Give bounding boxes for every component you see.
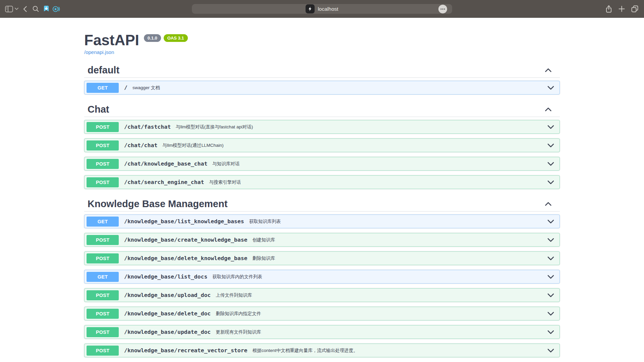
expand-endpoint-icon: [547, 293, 554, 297]
endpoint-path: /knowledge_base/update_doc: [124, 329, 211, 335]
expand-endpoint-icon: [547, 312, 554, 316]
expand-endpoint-icon: [547, 349, 554, 353]
method-badge: POST: [87, 290, 119, 300]
endpoint-row[interactable]: POST /knowledge_base/upload_doc 上传文件到知识库: [84, 288, 560, 302]
expand-endpoint-icon: [547, 180, 554, 184]
endpoint-path: /chat/knowledge_base_chat: [124, 161, 207, 167]
expand-endpoint-icon: [547, 330, 554, 334]
endpoint-summary: swagger 文档: [132, 85, 160, 91]
method-badge: GET: [87, 217, 119, 227]
expand-endpoint-icon: [547, 143, 554, 147]
endpoint-row[interactable]: POST /chat/knowledge_base_chat 与知识库对话: [84, 157, 560, 171]
expand-endpoint-icon: [547, 125, 554, 129]
endpoint-row[interactable]: POST /knowledge_base/delete_knowledge_ba…: [84, 251, 560, 265]
endpoint-row[interactable]: POST /knowledge_base/create_knowledge_ba…: [84, 233, 560, 247]
url-text: localhost: [318, 6, 338, 12]
endpoint-path: /knowledge_base/list_docs: [124, 274, 207, 280]
collapse-section-icon: [545, 202, 552, 206]
collapse-section-icon: [545, 107, 552, 112]
search-icon[interactable]: [32, 0, 39, 18]
endpoint-summary: 创建知识库: [253, 237, 275, 243]
extension-bookmark-arrow-icon[interactable]: [43, 0, 50, 18]
section-title: Chat: [88, 104, 109, 115]
api-section: default GET / swagger 文档: [84, 64, 560, 95]
method-badge: POST: [87, 140, 119, 150]
endpoint-row[interactable]: POST /chat/search_engine_chat 与搜索引擎对话: [84, 175, 560, 189]
endpoint-summary: 根据content中文档重建向量库，流式输出处理进度。: [253, 348, 358, 354]
endpoint-summary: 上传文件到知识库: [216, 292, 252, 298]
page-title: FastAPI 0.1.0 OAS 3.1: [84, 33, 560, 48]
section-title: Knowledge Base Management: [88, 198, 227, 209]
sidebar-chevron-icon[interactable]: [14, 0, 19, 18]
method-badge: POST: [87, 327, 119, 337]
method-badge: POST: [87, 253, 119, 263]
sidebar-icon[interactable]: [5, 0, 13, 18]
endpoint-path: /chat/fastchat: [124, 124, 171, 130]
section-header[interactable]: default: [84, 64, 560, 78]
endpoint-rows: POST /chat/fastchat 与llm模型对话(直接与fastchat…: [84, 120, 560, 189]
endpoint-row[interactable]: GET /knowledge_base/list_docs 获取知识库内的文件列…: [84, 270, 560, 284]
site-favicon-lightning: [306, 4, 315, 13]
endpoint-summary: 更新现有文件到知识库: [216, 329, 261, 335]
endpoint-rows: GET /knowledge_base/list_knowledge_bases…: [84, 215, 560, 357]
collapse-section-icon: [545, 68, 552, 72]
endpoint-row[interactable]: POST /knowledge_base/delete_doc 删除知识库内指定…: [84, 307, 560, 320]
endpoint-summary: 与搜索引擎对话: [209, 179, 241, 185]
expand-endpoint-icon: [547, 256, 554, 260]
endpoint-row[interactable]: GET /knowledge_base/list_knowledge_bases…: [84, 215, 560, 228]
endpoint-row[interactable]: POST /knowledge_base/recreate_vector_sto…: [84, 344, 560, 357]
endpoint-summary: 与知识库对话: [212, 161, 239, 167]
tab-overview-icon[interactable]: [630, 0, 639, 18]
api-info: FastAPI 0.1.0 OAS 3.1 /openapi.json: [84, 33, 560, 55]
method-badge: GET: [87, 272, 119, 282]
api-section: Chat POST /chat/fastchat 与llm模型对话(直接与fas…: [84, 104, 560, 189]
method-badge: POST: [87, 122, 119, 132]
method-badge: GET: [87, 83, 119, 93]
endpoint-row[interactable]: POST /chat/fastchat 与llm模型对话(直接与fastchat…: [84, 120, 560, 134]
section-header[interactable]: Chat: [84, 104, 560, 117]
endpoint-path: /knowledge_base/delete_knowledge_base: [124, 255, 248, 261]
share-icon[interactable]: [605, 0, 613, 18]
api-section: Knowledge Base Management GET /knowledge…: [84, 198, 560, 357]
swagger-page: FastAPI 0.1.0 OAS 3.1 /openapi.json defa…: [0, 18, 644, 362]
endpoint-rows: GET / swagger 文档: [84, 81, 560, 95]
sections-container: default GET / swagger 文档 Chat POST /chat…: [84, 64, 560, 357]
endpoint-path: /knowledge_base/create_knowledge_base: [124, 237, 248, 243]
endpoint-path: /: [124, 84, 127, 91]
endpoint-summary: 删除知识库内指定文件: [216, 311, 261, 317]
endpoint-summary: 删除知识库: [253, 255, 275, 261]
endpoint-path: /chat/chat: [124, 142, 157, 148]
expand-endpoint-icon: [547, 275, 554, 279]
endpoint-path: /knowledge_base/delete_doc: [124, 310, 211, 317]
method-badge: POST: [87, 177, 119, 187]
section-header[interactable]: Knowledge Base Management: [84, 198, 560, 212]
endpoint-row[interactable]: GET / swagger 文档: [84, 81, 560, 95]
endpoint-path: /knowledge_base/upload_doc: [124, 292, 211, 298]
method-badge: POST: [87, 159, 119, 169]
endpoint-row[interactable]: POST /chat/chat 与llm模型对话(通过LLMChain): [84, 138, 560, 152]
section-title: default: [88, 64, 119, 76]
endpoint-summary: 与llm模型对话(直接与fastchat api对话): [176, 124, 253, 130]
endpoint-summary: 与llm模型对话(通过LLMChain): [162, 142, 223, 148]
expand-endpoint-icon: [547, 86, 554, 90]
more-ellipsis-icon[interactable]: [438, 5, 447, 13]
endpoint-path: /knowledge_base/list_knowledge_bases: [124, 218, 244, 225]
endpoint-path: /chat/search_engine_chat: [124, 179, 204, 185]
openapi-spec-link[interactable]: /openapi.json: [84, 49, 114, 55]
endpoint-row[interactable]: POST /knowledge_base/update_doc 更新现有文件到知…: [84, 325, 560, 339]
expand-endpoint-icon: [547, 162, 554, 166]
browser-chrome: localhost: [0, 0, 644, 18]
method-badge: POST: [87, 235, 119, 245]
endpoint-path: /knowledge_base/recreate_vector_store: [124, 347, 248, 354]
url-bar[interactable]: localhost: [192, 4, 452, 14]
extension-star-broadcast-icon[interactable]: [52, 0, 60, 18]
api-title-text: FastAPI: [84, 33, 139, 48]
expand-endpoint-icon: [547, 220, 554, 224]
endpoint-summary: 获取知识库列表: [249, 219, 281, 225]
back-icon[interactable]: [21, 0, 28, 18]
new-tab-icon[interactable]: [618, 0, 625, 18]
method-badge: POST: [87, 346, 119, 356]
method-badge: POST: [87, 309, 119, 319]
oas-badge: OAS 3.1: [164, 34, 188, 42]
expand-endpoint-icon: [547, 238, 554, 242]
